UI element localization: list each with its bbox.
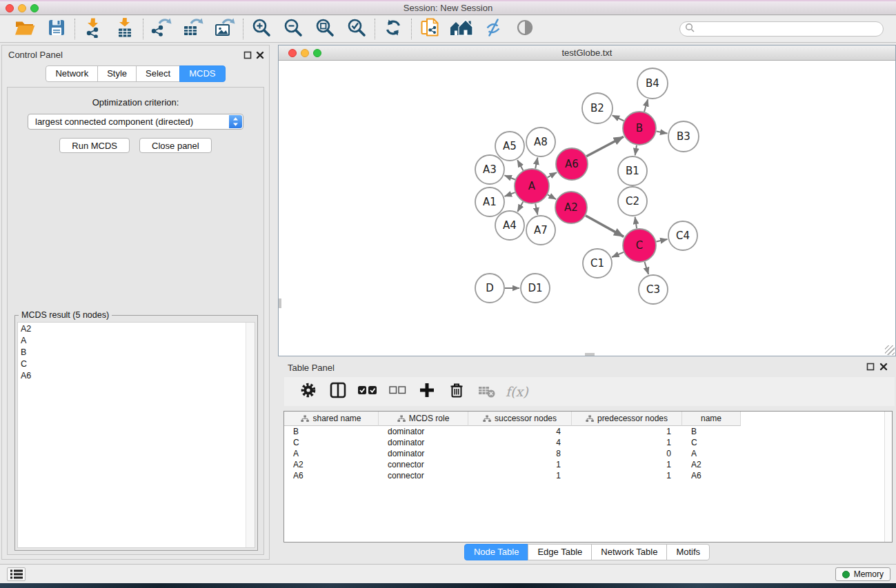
close-panel-button[interactable] (255, 50, 265, 60)
table-row-b[interactable]: Bdominator41B (284, 426, 892, 437)
export-image-button[interactable] (213, 17, 237, 41)
graph-node-B[interactable]: B (623, 112, 656, 145)
mcds-list-scrollbar[interactable] (246, 323, 255, 547)
deselect-all-checks-button[interactable] (387, 381, 408, 402)
table-tab-motifs[interactable]: Motifs (666, 544, 710, 560)
graph-node-A2[interactable]: A2 (555, 192, 587, 223)
table-tab-node-table[interactable]: Node Table (464, 544, 529, 560)
graph-edge-B-B2[interactable] (613, 115, 624, 121)
graph-edge-A-A1[interactable] (505, 192, 515, 196)
graph-node-D1[interactable]: D1 (521, 274, 550, 303)
task-history-button[interactable] (7, 567, 26, 581)
column-header-successor-nodes[interactable]: successor nodes (468, 412, 572, 426)
network-close-traffic-light[interactable] (288, 49, 297, 57)
criterion-select[interactable]: largest connected component (directed) (28, 114, 243, 130)
graph-node-A8[interactable]: A8 (526, 128, 555, 156)
graph-edge-A-A7[interactable] (535, 203, 537, 214)
graph-node-A3[interactable]: A3 (475, 155, 504, 184)
column-header-name[interactable]: name (682, 412, 741, 426)
minimize-traffic-light[interactable] (18, 4, 26, 12)
mcds-result-item[interactable]: C (18, 358, 255, 369)
table-row-a[interactable]: Adominator80A (284, 448, 892, 459)
graph-node-A6[interactable]: A6 (556, 148, 588, 180)
graph-edge-B-B1[interactable] (635, 145, 637, 156)
graph-edge-A-A4[interactable] (517, 202, 523, 212)
split-view-button[interactable] (328, 381, 348, 402)
zoom-traffic-light[interactable] (30, 4, 39, 12)
eye-button[interactable] (513, 17, 537, 41)
close-traffic-light[interactable] (6, 4, 14, 12)
tab-select[interactable]: Select (136, 65, 180, 82)
run-mcds-button[interactable]: Run MCDS (59, 138, 130, 153)
graph-node-C2[interactable]: C2 (618, 187, 647, 216)
graph-edge-A-A6[interactable] (548, 172, 557, 177)
graph-edge-A-A5[interactable] (517, 160, 523, 170)
graph-edge-C-C3[interactable] (644, 262, 648, 274)
close-panel-button-inner[interactable]: Close panel (139, 138, 212, 153)
graph-node-C1[interactable]: C1 (583, 249, 612, 278)
memory-button[interactable]: Memory (835, 567, 890, 581)
table-vertical-scrollbar[interactable] (884, 412, 892, 542)
graph-edge-A-A2[interactable] (548, 194, 556, 199)
graph-node-A4[interactable]: A4 (495, 211, 524, 240)
canvas-vertical-scroll-thumb[interactable] (279, 298, 281, 308)
graph-edge-A-A3[interactable] (504, 175, 515, 179)
table-row-c[interactable]: Cdominator41C (284, 437, 892, 448)
select-all-checks-button[interactable] (357, 381, 378, 402)
tab-network[interactable]: Network (46, 65, 98, 82)
graph-node-D[interactable]: D (475, 274, 504, 303)
mcds-result-item[interactable]: A6 (18, 369, 255, 381)
column-header-predecessor-nodes[interactable]: predecessor nodes (572, 412, 682, 426)
open-file-button[interactable] (13, 17, 37, 41)
graph-node-B1[interactable]: B1 (618, 156, 647, 185)
graph-node-B4[interactable]: B4 (637, 68, 668, 99)
zoom-selected-button[interactable] (345, 17, 368, 41)
zoom-in-button[interactable] (250, 17, 273, 41)
window-resize-grip[interactable] (885, 345, 895, 355)
delete-column-trash-button[interactable] (446, 381, 467, 402)
table-tab-network-table[interactable]: Network Table (591, 544, 667, 560)
save-session-button[interactable] (45, 17, 68, 41)
export-table-button[interactable] (181, 17, 205, 41)
zoom-out-button[interactable] (281, 17, 305, 41)
graph-edge-B-B3[interactable] (657, 132, 668, 134)
graph-edge-A2-C[interactable] (586, 216, 624, 237)
table-settings-gear-button[interactable] (298, 381, 319, 402)
refresh-button[interactable] (381, 17, 405, 41)
graph-node-A5[interactable]: A5 (495, 132, 524, 161)
graph-node-A7[interactable]: A7 (526, 216, 555, 245)
zoom-fit-button[interactable] (313, 17, 337, 41)
import-table-button[interactable] (113, 17, 137, 41)
graph-edge-A6-B[interactable] (586, 136, 624, 156)
graph-edge-C-C4[interactable] (656, 239, 667, 242)
mcds-result-item[interactable]: A (18, 334, 255, 346)
graph-node-B3[interactable]: B3 (668, 121, 699, 152)
graph-node-C[interactable]: C (623, 229, 656, 262)
eye-hidden-button[interactable] (481, 17, 505, 41)
graph-node-A[interactable]: A (515, 169, 549, 203)
table-float-panel-button[interactable] (866, 362, 875, 372)
network-minimize-traffic-light[interactable] (301, 49, 309, 57)
import-network-button[interactable] (81, 17, 105, 41)
graph-node-C3[interactable]: C3 (639, 275, 668, 304)
tab-style[interactable]: Style (97, 65, 137, 82)
graph-node-A1[interactable]: A1 (475, 187, 504, 216)
search-input[interactable] (697, 24, 878, 34)
network-zoom-traffic-light[interactable] (313, 49, 321, 57)
table-row-a2[interactable]: A2connector11A2 (284, 459, 892, 470)
graph-edge-A-A8[interactable] (535, 158, 537, 169)
float-panel-button[interactable] (243, 50, 252, 60)
clone-network-button[interactable] (418, 17, 441, 41)
mcds-result-item[interactable]: A2 (18, 323, 255, 334)
graph-node-C4[interactable]: C4 (668, 221, 697, 250)
table-close-panel-button[interactable] (879, 362, 888, 372)
add-column-button[interactable] (417, 381, 437, 402)
table-row-a6[interactable]: A6connector11A6 (284, 470, 892, 481)
tab-mcds[interactable]: MCDS (179, 65, 225, 82)
mcds-result-item[interactable]: B (18, 346, 255, 358)
graph-edge-C-C1[interactable] (612, 252, 624, 257)
column-header-mcds-role[interactable]: MCDS role (379, 412, 468, 426)
graph-edge-C-C2[interactable] (635, 217, 637, 229)
network-canvas[interactable]: B4B2BB3A5A8A6A3B1AA1C2A2A4A7CC4C1C3DD1 (279, 61, 895, 356)
canvas-horizontal-scroll-thumb[interactable] (585, 353, 595, 356)
